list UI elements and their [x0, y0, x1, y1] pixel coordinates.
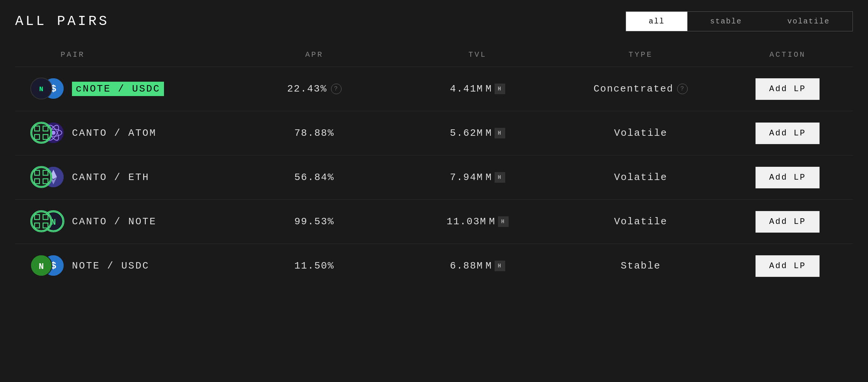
tvl-value-4: 6.88M — [450, 260, 483, 272]
token-icons-cnote-usdc: N $ — [30, 78, 64, 100]
tab-stable[interactable]: stable — [687, 12, 765, 31]
type-value-0: Concentrated — [593, 83, 673, 95]
header-apr: APR — [233, 50, 396, 59]
token-icons-canto-note: N — [30, 210, 64, 233]
tvl-value-2: 7.94M — [450, 172, 483, 183]
tvl-unit-4: M — [486, 260, 492, 272]
add-lp-button-3[interactable]: Add LP — [756, 211, 820, 233]
type-info-icon-0[interactable]: ? — [677, 84, 688, 94]
tvl-icon-1: H — [495, 128, 505, 138]
pairs-table: PAIR APR TVL TYPE ACTION N $ — [15, 47, 853, 288]
pair-name-note-usdc: NOTE / USDC — [72, 260, 150, 272]
tvl-cell-2: 7.94MM H — [396, 172, 559, 183]
type-cell-0: Concentrated ? — [559, 83, 722, 95]
tvl-cell-3: 11.03MM H — [396, 216, 559, 227]
header-pair: PAIR — [15, 50, 233, 59]
type-value-2: Volatile — [614, 172, 667, 183]
pair-name-canto-atom: CANTO / ATOM — [72, 127, 156, 139]
apr-cell-1: 78.88% — [233, 127, 396, 139]
action-cell-3: Add LP — [722, 211, 853, 233]
tvl-icon-2: H — [495, 172, 505, 183]
apr-value-0: 22.43% — [287, 83, 327, 95]
table-header-row: PAIR APR TVL TYPE ACTION — [15, 47, 853, 63]
tvl-icon-0: H — [495, 84, 505, 94]
apr-value-3: 99.53% — [294, 216, 334, 227]
token-icon-canto-3 — [30, 210, 52, 232]
page-title: ALL PAIRS — [15, 14, 109, 29]
apr-value-2: 56.84% — [294, 172, 334, 183]
tvl-icon-3: H — [498, 216, 509, 227]
token-icon-note-green: N — [30, 255, 52, 276]
page-header: ALL PAIRS all stable volatile — [15, 11, 853, 31]
table-row: CANTO / ATOM 78.88% 5.62MM H Volatile Ad… — [15, 111, 853, 155]
table-row: N $ cNOTE / USDC 22.43% ? 4.41MM H Conce… — [15, 67, 853, 111]
apr-cell-0: 22.43% ? — [233, 83, 396, 95]
pair-cell-canto-note: N CANTO / NOTE — [15, 210, 233, 233]
tvl-cell-0: 4.41MM H — [396, 83, 559, 95]
type-value-1: Volatile — [614, 127, 667, 139]
tvl-unit-1: M — [486, 127, 492, 139]
pair-cell-canto-atom: CANTO / ATOM — [15, 122, 233, 144]
tvl-value-1: 5.62M — [450, 127, 483, 139]
pair-cell-canto-eth: CANTO / ETH — [15, 166, 233, 189]
token-icons-note-usdc: N $ — [30, 255, 64, 277]
tvl-unit-0: M — [486, 83, 492, 95]
token-icons-canto-eth — [30, 166, 64, 189]
add-lp-button-4[interactable]: Add LP — [756, 255, 820, 277]
token-icon-cnote: N — [30, 78, 52, 99]
tab-all[interactable]: all — [626, 12, 687, 31]
svg-text:N: N — [39, 262, 44, 272]
table-row: N CANTO / NOTE 99.53% 11.03MM H Volatile… — [15, 199, 853, 244]
add-lp-button-2[interactable]: Add LP — [756, 167, 820, 188]
type-value-4: Stable — [621, 260, 661, 272]
action-cell-4: Add LP — [722, 255, 853, 277]
tvl-cell-1: 5.62MM H — [396, 127, 559, 139]
pair-name-canto-note: CANTO / NOTE — [72, 216, 156, 227]
pair-name-canto-eth: CANTO / ETH — [72, 172, 150, 183]
svg-text:N: N — [39, 85, 44, 93]
apr-cell-3: 99.53% — [233, 216, 396, 227]
tvl-value-0: 4.41M — [450, 83, 483, 95]
tvl-cell-4: 6.88MM H — [396, 260, 559, 272]
type-cell-3: Volatile — [559, 216, 722, 227]
pair-cell-cnote-usdc: N $ cNOTE / USDC — [15, 78, 233, 100]
add-lp-button-0[interactable]: Add LP — [756, 78, 820, 100]
tvl-unit-2: M — [486, 172, 492, 183]
type-cell-4: Stable — [559, 260, 722, 272]
action-cell-1: Add LP — [722, 123, 853, 144]
tab-volatile[interactable]: volatile — [765, 12, 852, 31]
tvl-unit-3: M — [489, 216, 496, 227]
add-lp-button-1[interactable]: Add LP — [756, 123, 820, 144]
table-row: N $ NOTE / USDC 11.50% 6.88MM H Stable — [15, 244, 853, 288]
header-tvl: TVL — [396, 50, 559, 59]
token-icon-canto-2 — [30, 166, 52, 188]
action-cell-0: Add LP — [722, 78, 853, 100]
header-action: ACTION — [722, 50, 853, 59]
table-row: CANTO / ETH 56.84% 7.94MM H Volatile Add… — [15, 155, 853, 199]
apr-cell-4: 11.50% — [233, 260, 396, 272]
header-type: TYPE — [559, 50, 722, 59]
token-icons-canto-atom — [30, 122, 64, 144]
apr-value-1: 78.88% — [294, 127, 334, 139]
pair-cell-note-usdc: N $ NOTE / USDC — [15, 255, 233, 277]
type-cell-1: Volatile — [559, 127, 722, 139]
filter-tab-group: all stable volatile — [626, 11, 853, 31]
type-cell-2: Volatile — [559, 172, 722, 183]
token-icon-canto-1 — [30, 122, 52, 144]
apr-value-4: 11.50% — [294, 260, 334, 272]
action-cell-2: Add LP — [722, 167, 853, 188]
tvl-icon-4: H — [495, 261, 505, 271]
tvl-value-3: 11.03M — [446, 216, 487, 227]
pair-name-cnote-usdc: cNOTE / USDC — [72, 82, 164, 96]
apr-info-icon-0[interactable]: ? — [331, 84, 342, 94]
type-value-3: Volatile — [614, 216, 667, 227]
apr-cell-2: 56.84% — [233, 172, 396, 183]
